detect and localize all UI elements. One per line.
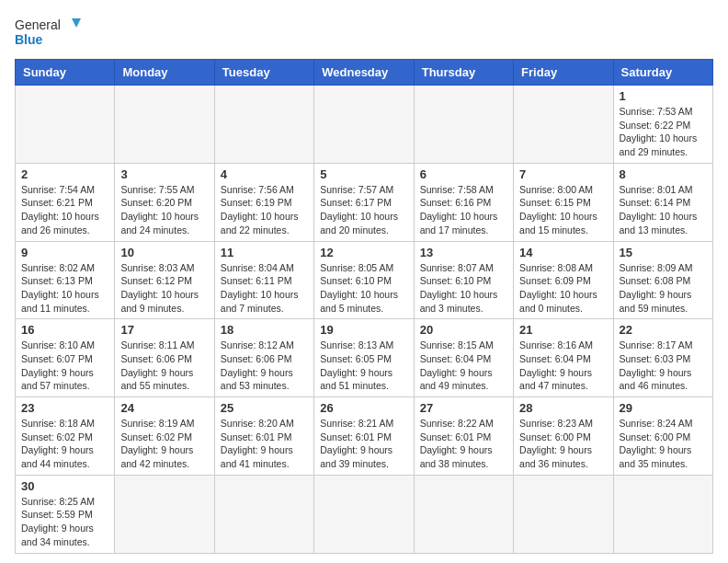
day-info: Sunrise: 8:08 AM Sunset: 6:09 PM Dayligh…: [519, 261, 607, 316]
calendar-cell: 23Sunrise: 8:18 AM Sunset: 6:02 PM Dayli…: [16, 397, 115, 476]
day-number: 17: [120, 323, 208, 337]
calendar-cell: 26Sunrise: 8:21 AM Sunset: 6:01 PM Dayli…: [314, 397, 414, 476]
calendar-cell: 22Sunrise: 8:17 AM Sunset: 6:03 PM Dayli…: [613, 319, 712, 397]
calendar-cell: 9Sunrise: 8:02 AM Sunset: 6:13 PM Daylig…: [16, 241, 115, 319]
calendar-cell: [414, 475, 513, 553]
day-number: 13: [420, 246, 507, 259]
day-number: 23: [21, 401, 108, 415]
header-day-sunday: Sunday: [16, 60, 115, 86]
calendar-table: SundayMondayTuesdayWednesdayThursdayFrid…: [15, 59, 713, 554]
calendar-cell: 19Sunrise: 8:13 AM Sunset: 6:05 PM Dayli…: [314, 319, 414, 397]
day-info: Sunrise: 8:05 AM Sunset: 6:10 PM Dayligh…: [320, 261, 407, 316]
calendar-cell: 14Sunrise: 8:08 AM Sunset: 6:09 PM Dayli…: [514, 241, 613, 319]
day-number: 4: [221, 167, 308, 181]
calendar-cell: 18Sunrise: 8:12 AM Sunset: 6:06 PM Dayli…: [214, 319, 313, 397]
day-info: Sunrise: 7:57 AM Sunset: 6:17 PM Dayligh…: [320, 183, 407, 237]
day-number: 25: [221, 401, 308, 415]
day-number: 7: [519, 167, 607, 181]
calendar-cell: [514, 475, 613, 553]
day-number: 22: [620, 323, 707, 337]
day-info: Sunrise: 8:23 AM Sunset: 6:00 PM Dayligh…: [519, 417, 607, 471]
calendar-cell: 17Sunrise: 8:11 AM Sunset: 6:06 PM Dayli…: [115, 319, 214, 397]
calendar-cell: 29Sunrise: 8:24 AM Sunset: 6:00 PM Dayli…: [613, 397, 712, 476]
day-number: 27: [420, 401, 507, 415]
header-day-wednesday: Wednesday: [314, 60, 414, 86]
day-number: 1: [620, 89, 707, 103]
day-info: Sunrise: 8:19 AM Sunset: 6:02 PM Dayligh…: [120, 417, 208, 471]
day-info: Sunrise: 8:03 AM Sunset: 6:12 PM Dayligh…: [120, 261, 208, 316]
calendar-cell: 3Sunrise: 7:55 AM Sunset: 6:20 PM Daylig…: [115, 163, 214, 241]
calendar-week-1: 1Sunrise: 7:53 AM Sunset: 6:22 PM Daylig…: [16, 86, 713, 164]
day-info: Sunrise: 7:54 AM Sunset: 6:21 PM Dayligh…: [21, 183, 108, 237]
svg-text:General: General: [15, 17, 61, 32]
day-info: Sunrise: 8:12 AM Sunset: 6:06 PM Dayligh…: [221, 339, 308, 393]
day-info: Sunrise: 8:11 AM Sunset: 6:06 PM Dayligh…: [120, 339, 208, 393]
day-info: Sunrise: 8:24 AM Sunset: 6:00 PM Dayligh…: [620, 417, 707, 471]
calendar-cell: [314, 475, 414, 553]
calendar-cell: 10Sunrise: 8:03 AM Sunset: 6:12 PM Dayli…: [115, 241, 214, 319]
day-info: Sunrise: 8:16 AM Sunset: 6:04 PM Dayligh…: [519, 339, 607, 393]
calendar-cell: [214, 86, 313, 164]
day-info: Sunrise: 8:13 AM Sunset: 6:05 PM Dayligh…: [320, 339, 407, 393]
calendar-cell: 6Sunrise: 7:58 AM Sunset: 6:16 PM Daylig…: [414, 163, 513, 241]
day-number: 24: [120, 401, 208, 415]
day-info: Sunrise: 7:55 AM Sunset: 6:20 PM Dayligh…: [120, 183, 208, 237]
day-number: 19: [320, 323, 407, 337]
calendar-week-5: 23Sunrise: 8:18 AM Sunset: 6:02 PM Dayli…: [16, 397, 713, 476]
calendar-cell: 1Sunrise: 7:53 AM Sunset: 6:22 PM Daylig…: [613, 86, 712, 164]
day-number: 5: [320, 167, 407, 181]
calendar-cell: 16Sunrise: 8:10 AM Sunset: 6:07 PM Dayli…: [16, 319, 115, 397]
day-info: Sunrise: 8:15 AM Sunset: 6:04 PM Dayligh…: [420, 339, 507, 393]
day-number: 15: [620, 246, 707, 259]
calendar-cell: [16, 86, 115, 164]
calendar-cell: 15Sunrise: 8:09 AM Sunset: 6:08 PM Dayli…: [613, 241, 712, 319]
day-number: 9: [21, 246, 108, 259]
header-day-friday: Friday: [514, 60, 613, 86]
day-number: 28: [519, 401, 607, 415]
day-number: 11: [221, 246, 308, 259]
day-info: Sunrise: 7:56 AM Sunset: 6:19 PM Dayligh…: [221, 183, 308, 237]
calendar-cell: 27Sunrise: 8:22 AM Sunset: 6:01 PM Dayli…: [414, 397, 513, 476]
day-number: 26: [320, 401, 407, 415]
calendar-cell: 12Sunrise: 8:05 AM Sunset: 6:10 PM Dayli…: [314, 241, 414, 319]
day-number: 12: [320, 246, 407, 259]
svg-marker-2: [72, 18, 81, 28]
calendar-cell: [115, 86, 214, 164]
calendar-cell: 5Sunrise: 7:57 AM Sunset: 6:17 PM Daylig…: [314, 163, 414, 241]
day-info: Sunrise: 8:17 AM Sunset: 6:03 PM Dayligh…: [620, 339, 707, 393]
day-number: 18: [221, 323, 308, 337]
calendar-cell: 11Sunrise: 8:04 AM Sunset: 6:11 PM Dayli…: [214, 241, 313, 319]
day-number: 3: [120, 167, 208, 181]
day-info: Sunrise: 8:01 AM Sunset: 6:14 PM Dayligh…: [620, 183, 707, 237]
day-number: 21: [519, 323, 607, 337]
calendar-week-2: 2Sunrise: 7:54 AM Sunset: 6:21 PM Daylig…: [16, 163, 713, 241]
day-info: Sunrise: 8:18 AM Sunset: 6:02 PM Dayligh…: [21, 417, 108, 471]
svg-text:Blue: Blue: [15, 32, 43, 47]
calendar-cell: 28Sunrise: 8:23 AM Sunset: 6:00 PM Dayli…: [514, 397, 613, 476]
day-number: 10: [120, 246, 208, 259]
calendar-cell: 30Sunrise: 8:25 AM Sunset: 5:59 PM Dayli…: [16, 475, 115, 553]
day-info: Sunrise: 8:20 AM Sunset: 6:01 PM Dayligh…: [221, 417, 308, 471]
calendar-week-3: 9Sunrise: 8:02 AM Sunset: 6:13 PM Daylig…: [16, 241, 713, 319]
day-info: Sunrise: 8:00 AM Sunset: 6:15 PM Dayligh…: [519, 183, 607, 237]
day-info: Sunrise: 8:04 AM Sunset: 6:11 PM Dayligh…: [221, 261, 308, 316]
day-number: 30: [21, 479, 108, 493]
calendar-cell: [214, 475, 313, 553]
day-number: 2: [21, 167, 108, 181]
header-day-tuesday: Tuesday: [214, 60, 313, 86]
calendar-cell: [314, 86, 414, 164]
day-info: Sunrise: 7:58 AM Sunset: 6:16 PM Dayligh…: [420, 183, 507, 237]
header-day-saturday: Saturday: [613, 60, 712, 86]
calendar-cell: [414, 86, 513, 164]
day-info: Sunrise: 8:07 AM Sunset: 6:10 PM Dayligh…: [420, 261, 507, 316]
day-number: 29: [620, 401, 707, 415]
day-number: 16: [21, 323, 108, 337]
calendar-cell: 24Sunrise: 8:19 AM Sunset: 6:02 PM Dayli…: [115, 397, 214, 476]
day-info: Sunrise: 8:25 AM Sunset: 5:59 PM Dayligh…: [21, 495, 108, 549]
calendar-cell: [613, 475, 712, 553]
calendar-week-4: 16Sunrise: 8:10 AM Sunset: 6:07 PM Dayli…: [16, 319, 713, 397]
day-info: Sunrise: 7:53 AM Sunset: 6:22 PM Dayligh…: [620, 105, 707, 159]
calendar-cell: [115, 475, 214, 553]
calendar-cell: 13Sunrise: 8:07 AM Sunset: 6:10 PM Dayli…: [414, 241, 513, 319]
day-info: Sunrise: 8:02 AM Sunset: 6:13 PM Dayligh…: [21, 261, 108, 316]
